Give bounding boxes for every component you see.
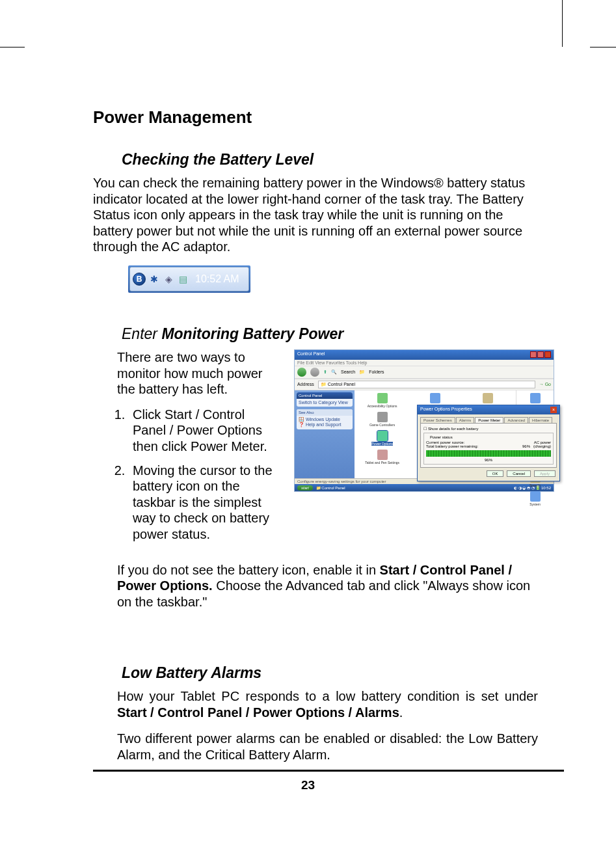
dialog-tabs: Power Schemes Alarms Power Meter Advance… — [418, 414, 559, 423]
document-icon: ▤ — [177, 273, 189, 285]
page-title: Power Management — [93, 107, 538, 128]
cp-icon-grid: Accessibility Options Add Hardware Add o… — [355, 390, 516, 478]
section1-body: You can check the remaining battery powe… — [93, 175, 538, 255]
section-heading-checking: Checking the Battery Level — [122, 151, 538, 169]
apply-button: Apply — [534, 470, 556, 477]
section2-note: If you do not see the battery icon, enab… — [117, 562, 538, 610]
search-icon: 🔍 — [331, 370, 337, 375]
start-button: start — [297, 485, 313, 491]
tray-clock: 10:52 AM — [191, 273, 243, 285]
system-tray-figure: B ✱ ◈ ▤ 10:52 AM — [128, 265, 538, 293]
forward-icon — [310, 368, 319, 377]
bluetooth-badge-icon: B — [133, 273, 146, 286]
section3-p2: Two different power alarms can be enable… — [117, 731, 538, 763]
show-details-checkbox: Show details for each battery — [423, 426, 554, 431]
cp-addressbar: Address 📁 Control Panel → Go — [295, 379, 554, 390]
control-panel-screenshot: Control Panel File Edit View Favorites T… — [294, 349, 554, 492]
go-button: → Go — [539, 382, 551, 386]
cp-toolbar: ⬆ 🔍Search 📁Folders — [295, 366, 554, 379]
folders-icon: 📁 — [359, 370, 365, 375]
folder-icon: 📁 — [321, 382, 327, 386]
page-number: 23 — [0, 778, 616, 792]
cp-menubar: File Edit View Favorites Tools Help — [295, 360, 554, 366]
up-icon: ⬆ — [323, 370, 327, 375]
section2-intro: There are two ways to monitor how much p… — [117, 349, 280, 398]
bluetooth-icon: ✱ — [148, 273, 160, 285]
step-1: Click Start / Control Panel / Power Opti… — [129, 407, 280, 455]
section-heading-monitoring: Enter Monitoring Battery Power — [122, 325, 538, 343]
cp-window-titlebar: Control Panel — [295, 350, 554, 360]
wifi-icon: ◈ — [163, 273, 174, 285]
footer-rule — [93, 770, 564, 772]
step-2: Moving the cursor to the battery icon on… — [129, 463, 280, 543]
cp-sidebar: Control Panel Switch to Category View Se… — [295, 390, 355, 478]
power-options-dialog: Power Options Properties× Power Schemes … — [417, 405, 560, 481]
back-icon — [297, 368, 306, 377]
tray-icons: ◐ ◑ ◒ ◓ ◔ 🔋 10:52 — [514, 485, 551, 490]
taskbar: start 📁 Control Panel ◐ ◑ ◒ ◓ ◔ 🔋 10:52 — [295, 484, 554, 491]
ok-button: OK — [487, 470, 504, 477]
battery-progress-bar — [426, 450, 551, 457]
close-icon: × — [550, 407, 557, 413]
cancel-button: Cancel — [507, 470, 531, 477]
window-buttons — [529, 351, 551, 358]
system-tray: B ✱ ◈ ▤ 10:52 AM — [129, 267, 249, 291]
section-heading-alarms: Low Battery Alarms — [122, 664, 538, 682]
section3-p1: How your Tablet PC responds to a low bat… — [117, 688, 538, 720]
